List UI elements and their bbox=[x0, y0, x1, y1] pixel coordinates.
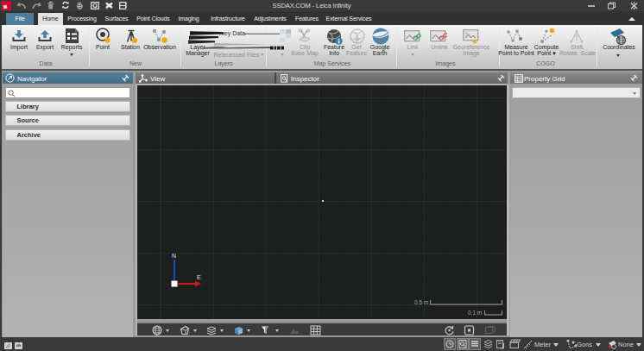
svg-text:E: E bbox=[197, 274, 201, 280]
svg-text:N: N bbox=[172, 253, 176, 259]
